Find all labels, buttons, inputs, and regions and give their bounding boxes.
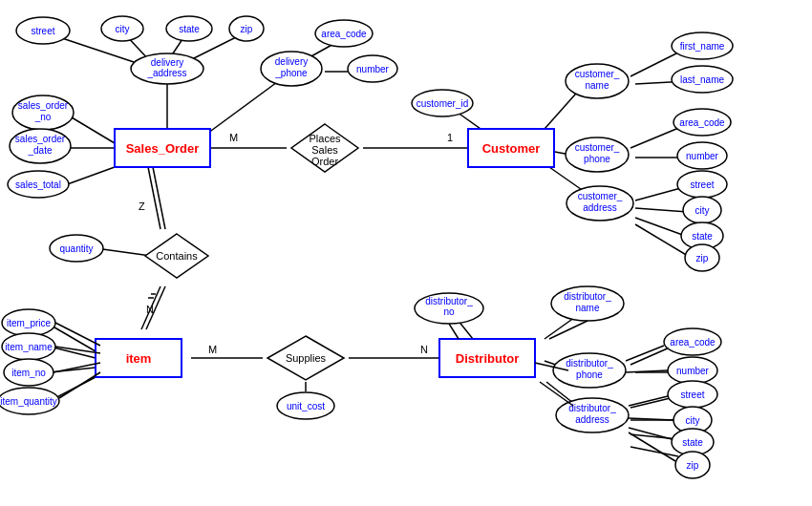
attr-sales-order-date-label2: _date <box>27 145 52 156</box>
attr-distributor-name-label1: distributor_ <box>564 291 611 302</box>
svg-line-31 <box>50 347 96 358</box>
attr-distributor-no-label1: distributor_ <box>425 296 473 306</box>
svg-line-23 <box>635 218 688 237</box>
attr-number-customer-label: number <box>686 151 719 161</box>
attr-unit-cost-label: unit_cost <box>287 401 325 411</box>
attr-last-name-label: last_name <box>680 74 725 85</box>
attr-number-distributor-label: number <box>676 366 710 376</box>
attr-first-name-label: first_name <box>680 41 725 52</box>
attr-state-customer-label: state <box>692 231 713 242</box>
attr-customer-address-label1: customer_ <box>578 191 623 201</box>
attr-area-code-distributor-label: area_code <box>670 337 716 348</box>
attr-sales-order-no-label1: sales_order <box>18 100 69 111</box>
svg-line-24 <box>635 224 688 256</box>
svg-line-59 <box>55 323 100 346</box>
attr-street-distributor-label: street <box>680 390 704 400</box>
multiplicity-1: 1 <box>447 132 453 143</box>
attr-city-distributor-label: city <box>686 415 700 426</box>
attr-state-distributor-label: state <box>682 437 703 448</box>
attr-item-name-label: item_name <box>5 342 53 352</box>
attr-sales-order-no-label2: _no <box>34 112 52 122</box>
attr-customer-name-label1: customer_ <box>575 69 620 79</box>
attr-item-quantity-label: item_quantity <box>0 396 56 407</box>
entity-distributor-label: Distributor <box>456 351 519 366</box>
attr-street-top-label: street <box>31 26 54 36</box>
attr-delivery-phone-label1: delivery <box>275 56 308 67</box>
rel-supplies-label: Supplies <box>286 352 327 364</box>
attr-state-top-label: state <box>179 24 200 34</box>
attr-distributor-phone-label1: distributor_ <box>566 358 613 369</box>
svg-line-62 <box>59 372 100 398</box>
attr-distributor-name-label2: name <box>575 303 599 313</box>
multiplicity-n1: N <box>146 304 154 315</box>
attr-customer-id-label: customer_id <box>417 98 468 109</box>
attr-zip-top-label: zip <box>241 24 253 34</box>
entity-item-label: item <box>126 351 152 366</box>
svg-line-54 <box>540 382 573 406</box>
rel-places-label1: Places <box>309 133 341 144</box>
svg-line-8 <box>67 115 115 143</box>
svg-line-49 <box>449 324 459 339</box>
attr-street-customer-label: street <box>690 179 714 190</box>
attr-delivery-phone-label2: _phone <box>274 68 308 78</box>
attr-area-code-customer-label: area_code <box>679 117 725 128</box>
attr-distributor-no-label2: no <box>443 306 455 317</box>
attr-distributor-phone-label2: phone <box>576 369 603 380</box>
attr-city-customer-label: city <box>695 205 710 216</box>
rel-places-label3: Order <box>311 156 338 167</box>
svg-line-10 <box>62 167 115 186</box>
attr-distributor-address-label1: distributor_ <box>568 403 616 413</box>
attr-customer-address-label2: address <box>583 202 617 213</box>
svg-line-22 <box>635 208 688 212</box>
multiplicity-n2: N <box>420 344 428 355</box>
attr-city-top-label: city <box>116 24 130 34</box>
attr-delivery-address-label2: _address <box>146 68 186 78</box>
attr-sales-total-label: sales_total <box>15 179 61 190</box>
attr-item-no-label: item_no <box>11 368 46 378</box>
attr-zip-distributor-label: zip <box>687 460 699 471</box>
attr-distributor-address-label2: address <box>575 414 609 425</box>
attr-quantity-label: quantity <box>59 243 93 254</box>
svg-line-50 <box>549 321 588 339</box>
multiplicity-m1: M <box>229 132 238 143</box>
attr-customer-phone-label2: phone <box>584 154 610 164</box>
svg-line-55 <box>629 396 668 406</box>
multiplicity-z: Z <box>139 200 145 212</box>
entity-sales-order-label: Sales_Order <box>126 141 200 156</box>
entity-customer-label: Customer <box>482 141 541 156</box>
attr-sales-order-date-label1: sales_order <box>15 134 66 144</box>
attr-customer-phone-label1: customer_ <box>575 142 620 153</box>
er-diagram: M 1 Z N M N Sales_Order Customer item Di… <box>0 0 812 506</box>
attr-zip-customer-label: zip <box>696 253 709 264</box>
svg-line-29 <box>96 248 151 256</box>
rel-contains-label: Contains <box>156 250 198 262</box>
attr-delivery-address-label1: delivery <box>151 57 183 68</box>
rel-places-label2: Sales <box>311 144 338 156</box>
svg-line-57 <box>629 428 672 439</box>
multiplicity-m2: M <box>208 344 217 355</box>
attr-number-delivery-label: number <box>356 64 390 74</box>
attr-customer-name-label2: name <box>585 80 609 91</box>
attr-area-code-delivery-label: area_code <box>321 29 367 39</box>
attr-item-price-label: item_price <box>7 318 52 328</box>
